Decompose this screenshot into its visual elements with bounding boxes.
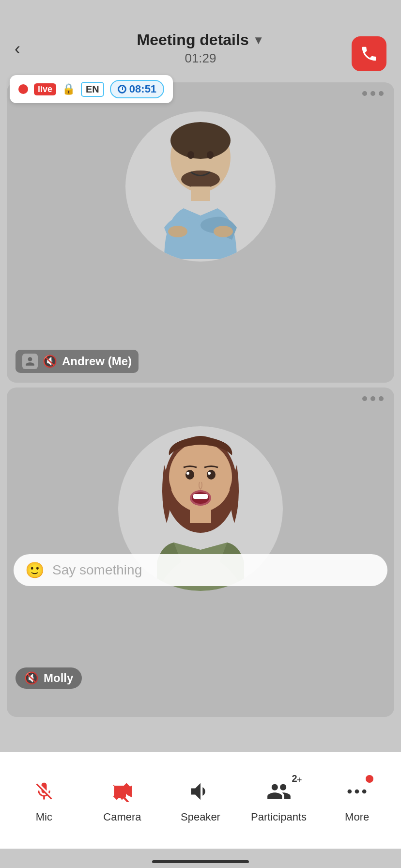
camera-label: Camera xyxy=(103,811,141,823)
add-participant-icon xyxy=(295,776,303,784)
recording-bar: live 🔒 EN 08:51 xyxy=(10,75,173,103)
dot1 xyxy=(362,91,367,96)
svg-rect-5 xyxy=(191,186,210,201)
svg-rect-16 xyxy=(193,494,208,499)
svg-point-6 xyxy=(168,226,187,237)
language-badge: EN xyxy=(81,82,104,97)
recording-time-value: 08:51 xyxy=(129,83,156,95)
svg-rect-17 xyxy=(190,509,211,523)
camera-icon-container xyxy=(108,777,137,806)
svg-point-10 xyxy=(185,470,194,480)
mic-muted-icon xyxy=(33,781,55,802)
svg-point-2 xyxy=(187,151,194,159)
end-call-icon xyxy=(360,45,378,63)
recording-timer: 08:51 xyxy=(110,80,164,98)
bottom-panel-dots[interactable] xyxy=(362,396,384,401)
molly-name: Molly xyxy=(44,671,73,685)
more-label: More xyxy=(345,811,369,823)
camera-button[interactable]: Camera xyxy=(93,777,151,823)
more-notification-dot xyxy=(366,775,373,783)
svg-point-3 xyxy=(207,151,214,159)
meeting-title[interactable]: Meeting details ▼ xyxy=(137,31,264,49)
meeting-timer: 01:29 xyxy=(137,51,264,66)
svg-point-7 xyxy=(214,226,233,237)
svg-point-1 xyxy=(170,122,231,159)
dot1 xyxy=(362,396,367,401)
svg-point-11 xyxy=(207,470,216,480)
chat-input[interactable]: 🙂 Say something xyxy=(14,554,387,586)
svg-point-4 xyxy=(181,170,220,188)
header-center: Meeting details ▼ 01:29 xyxy=(137,31,264,66)
participants-label: Participants xyxy=(251,811,307,823)
svg-point-25 xyxy=(362,790,367,794)
mic-label: Mic xyxy=(36,811,52,823)
mic-button[interactable]: Mic xyxy=(15,777,73,823)
andrew-figure xyxy=(125,111,276,262)
molly-mute-icon: 🔇 xyxy=(24,671,39,685)
dot2 xyxy=(370,396,375,401)
top-panel-dots[interactable] xyxy=(362,91,384,96)
toolbar: Mic Camera Speaker xyxy=(0,752,401,849)
dot2 xyxy=(370,91,375,96)
andrew-avatar xyxy=(125,111,276,262)
more-icon-container xyxy=(342,777,371,806)
back-button[interactable]: ‹ xyxy=(15,39,20,59)
lock-icon: 🔒 xyxy=(62,83,75,95)
clock-icon xyxy=(118,85,126,93)
svg-point-23 xyxy=(348,790,352,794)
andrew-mute-icon: 🔇 xyxy=(43,355,57,368)
speaker-button[interactable]: Speaker xyxy=(171,777,230,823)
chat-placeholder-text[interactable]: Say something xyxy=(52,562,142,578)
dot3 xyxy=(379,91,384,96)
recording-dot xyxy=(18,84,28,94)
participants-button[interactable]: 2 Participants xyxy=(250,777,308,823)
video-panel-molly: 🙂 Say something 🔇 Molly xyxy=(7,388,394,717)
home-indicator xyxy=(152,860,249,863)
molly-mute-badge: 🔇 Molly xyxy=(15,667,82,689)
title-text: Meeting details xyxy=(137,31,249,49)
andrew-name-badge: 🔇 Andrew (Me) xyxy=(15,350,139,373)
mic-icon-container xyxy=(30,777,59,806)
more-icon xyxy=(344,779,370,804)
more-button[interactable]: More xyxy=(328,777,386,823)
svg-point-13 xyxy=(208,472,211,475)
dot3 xyxy=(379,396,384,401)
speaker-icon xyxy=(188,779,213,804)
svg-rect-22 xyxy=(114,786,126,797)
emoji-button[interactable]: 🙂 xyxy=(25,561,45,579)
camera-muted-icon xyxy=(108,777,137,806)
speaker-label: Speaker xyxy=(181,811,220,823)
speaker-icon-container xyxy=(186,777,215,806)
end-call-button[interactable] xyxy=(352,36,386,71)
participants-icon-container: 2 xyxy=(264,777,293,806)
participants-icon xyxy=(266,779,292,804)
header: ‹ Meeting details ▼ 01:29 xyxy=(0,0,401,78)
live-badge: live xyxy=(34,83,56,95)
andrew-name: Andrew (Me) xyxy=(62,355,132,368)
video-panel-andrew: 🔇 Andrew (Me) xyxy=(7,82,394,383)
svg-point-12 xyxy=(186,472,189,475)
andrew-avatar-icon xyxy=(22,354,38,369)
title-dropdown-icon: ▼ xyxy=(253,33,264,47)
svg-point-24 xyxy=(355,790,359,794)
person-icon xyxy=(25,356,35,367)
